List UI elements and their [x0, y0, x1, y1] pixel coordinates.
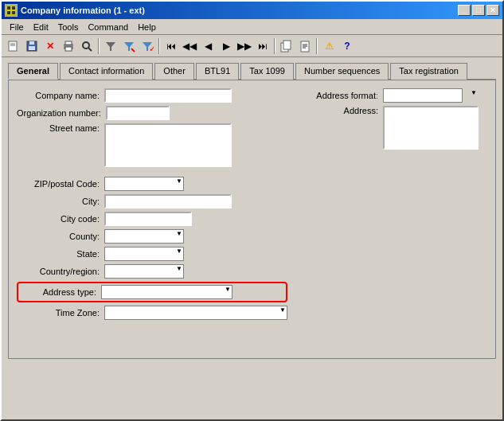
- state-label: State:: [17, 249, 104, 259]
- street-name-row: Street name:: [17, 123, 287, 167]
- svg-marker-16: [106, 42, 115, 51]
- next-button[interactable]: ▶: [217, 37, 235, 55]
- print-button[interactable]: [60, 37, 77, 55]
- org-number-label: Organization number:: [17, 108, 106, 118]
- city-label: City:: [17, 197, 104, 206]
- city-code-label: City code:: [17, 214, 104, 224]
- close-button[interactable]: ✕: [486, 5, 499, 16]
- separator2: [158, 38, 160, 54]
- country-select[interactable]: [104, 264, 184, 279]
- address-label: Address:: [311, 106, 383, 115]
- separator3: [274, 38, 275, 54]
- company-name-label: Company name:: [17, 91, 104, 100]
- svg-line-18: [131, 49, 135, 52]
- tab-number-sequences[interactable]: Number sequences: [295, 63, 389, 80]
- time-zone-select-wrapper: [104, 306, 287, 320]
- window-title: Company information (1 - ext): [21, 6, 458, 15]
- tab-tax-registration[interactable]: Tax registration: [390, 63, 467, 80]
- svg-text:✓: ✓: [149, 44, 154, 53]
- first-button[interactable]: ⏮: [162, 37, 180, 55]
- org-number-input[interactable]: [106, 106, 170, 120]
- city-row: City:: [17, 194, 287, 209]
- menu-tools[interactable]: Tools: [53, 21, 84, 33]
- search2-button[interactable]: [78, 37, 96, 55]
- svg-rect-4: [12, 11, 15, 14]
- street-name-label: Street name:: [17, 123, 104, 133]
- copy-button[interactable]: [278, 37, 295, 55]
- prev2-button[interactable]: ◀◀: [181, 37, 198, 55]
- menu-edit[interactable]: Edit: [29, 21, 53, 33]
- address-type-select-wrapper: [101, 285, 232, 299]
- title-bar: Company information (1 - ext) _ □ ✕: [2, 2, 502, 19]
- address-input[interactable]: [383, 106, 479, 150]
- menu-bar: File Edit Tools Command Help: [2, 19, 502, 35]
- time-zone-label: Time Zone:: [17, 308, 104, 318]
- svg-line-15: [88, 48, 92, 51]
- svg-point-14: [83, 42, 89, 49]
- maximize-button[interactable]: □: [472, 5, 485, 16]
- next2-button[interactable]: ▶▶: [236, 37, 253, 55]
- minimize-button[interactable]: _: [458, 5, 471, 16]
- county-select[interactable]: [104, 229, 184, 244]
- zip-select[interactable]: [104, 177, 184, 191]
- delete-button[interactable]: ✕: [41, 37, 59, 55]
- address-format-label: Address format:: [311, 91, 383, 100]
- tab-other[interactable]: Other: [154, 63, 194, 80]
- window-controls: _ □ ✕: [458, 5, 499, 16]
- svg-rect-3: [7, 11, 10, 14]
- street-name-input[interactable]: [104, 123, 232, 167]
- menu-command[interactable]: Command: [83, 21, 133, 33]
- window-icon: [5, 4, 18, 17]
- county-select-wrapper: [104, 229, 184, 244]
- city-input[interactable]: [104, 194, 232, 209]
- svg-rect-1: [7, 6, 10, 10]
- tab-content-general: Company name: Organization number: Stree…: [8, 80, 496, 359]
- help-button[interactable]: ?: [338, 37, 356, 55]
- county-label: County:: [17, 232, 104, 241]
- toolbar: ✕ ✓ ⏮ ◀◀ ◀ ▶ ▶▶ ⏭ ⚠ ?: [2, 35, 502, 57]
- city-code-input[interactable]: [104, 212, 192, 226]
- filter1-button[interactable]: [102, 37, 119, 55]
- svg-rect-5: [9, 41, 17, 51]
- address-type-label: Address type:: [21, 287, 101, 297]
- prev-button[interactable]: ◀: [199, 37, 217, 55]
- form-grid: Company name: Organization number: Stree…: [17, 88, 487, 323]
- state-select-wrapper: [104, 247, 184, 261]
- tab-general[interactable]: General: [8, 63, 58, 80]
- country-select-wrapper: [104, 264, 184, 279]
- content-area: General Contact information Other BTL91 …: [2, 57, 502, 364]
- svg-rect-12: [65, 41, 72, 45]
- address-row: Address:: [311, 106, 487, 150]
- company-name-row: Company name:: [17, 88, 287, 103]
- address-format-select-wrapper: [383, 88, 479, 103]
- filter3-button[interactable]: ✓: [139, 37, 156, 55]
- menu-help[interactable]: Help: [133, 21, 161, 33]
- org-number-row: Organization number:: [17, 106, 287, 120]
- time-zone-select[interactable]: [104, 306, 287, 320]
- time-zone-row: Time Zone:: [17, 306, 287, 320]
- save-button[interactable]: [23, 37, 41, 55]
- address-format-row: Address format:: [311, 88, 487, 103]
- country-row: Country/region:: [17, 264, 287, 279]
- tab-tax-1099[interactable]: Tax 1099: [240, 63, 294, 80]
- county-row: County:: [17, 229, 287, 244]
- menu-file[interactable]: File: [5, 21, 29, 33]
- tab-btl91[interactable]: BTL91: [196, 63, 239, 80]
- address-type-highlighted-row: Address type:: [17, 282, 287, 302]
- zip-select-wrapper: [104, 177, 184, 191]
- filter2-button[interactable]: [120, 37, 138, 55]
- alert-button[interactable]: ⚠: [320, 37, 338, 55]
- company-name-input[interactable]: [104, 88, 232, 103]
- state-row: State:: [17, 247, 287, 261]
- attach-button[interactable]: [296, 37, 314, 55]
- separator1: [98, 38, 100, 54]
- tab-bar: General Contact information Other BTL91 …: [8, 62, 496, 80]
- new-button[interactable]: [5, 37, 22, 55]
- svg-rect-9: [29, 41, 34, 45]
- svg-rect-2: [12, 6, 15, 10]
- state-select[interactable]: [104, 247, 184, 261]
- address-type-select[interactable]: [101, 285, 232, 299]
- tab-contact-information[interactable]: Contact information: [60, 63, 153, 80]
- address-format-select[interactable]: [383, 88, 463, 103]
- last-button[interactable]: ⏭: [254, 37, 272, 55]
